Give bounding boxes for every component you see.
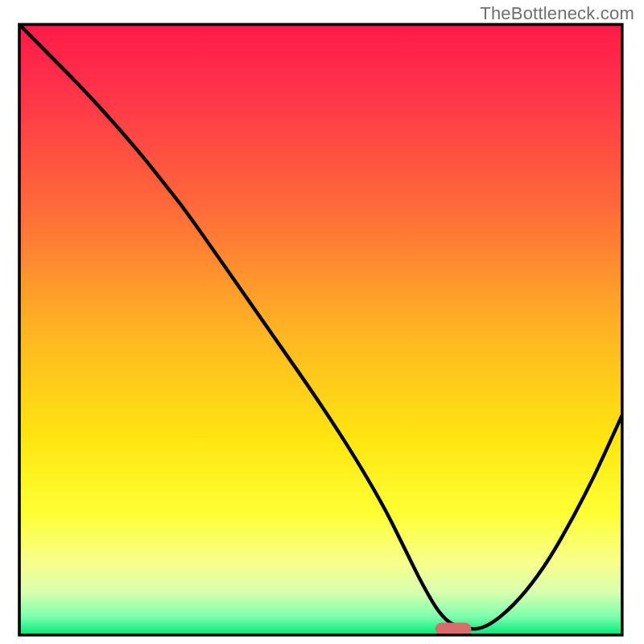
optimal-marker bbox=[436, 623, 472, 635]
bottleneck-chart bbox=[0, 0, 644, 644]
